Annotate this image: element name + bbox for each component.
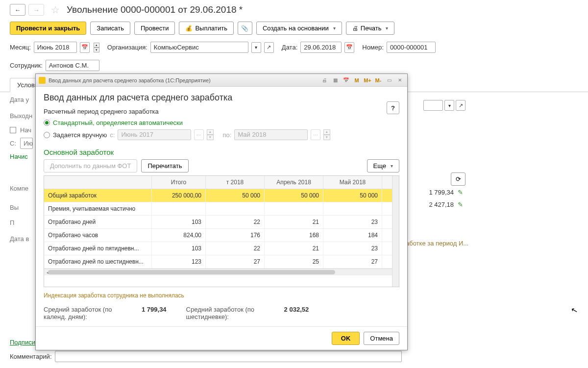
titlebar-grid-icon[interactable]: ▦ — [331, 76, 340, 84]
modal-titlebar[interactable]: Ввод данных для расчета среднего заработ… — [36, 74, 407, 87]
page-title: Увольнение 0000-000001 от 29.06.2018 * — [67, 4, 243, 15]
table-row[interactable]: Отработано дней по пятидневн...103222123 — [44, 242, 399, 255]
nav-back-button[interactable]: ← — [10, 4, 25, 16]
row-v1[interactable]: 27 — [206, 255, 265, 268]
row-v2[interactable]: 168 — [265, 229, 323, 242]
col-m2[interactable]: Апрель 2018 — [265, 176, 323, 189]
to-input: Май 2018 — [234, 129, 308, 140]
avg-sixday-value: 2 032,52 — [284, 306, 309, 320]
edit-amount-2-icon[interactable]: ✎ — [458, 201, 463, 208]
cancel-button[interactable]: Отмена — [364, 332, 399, 345]
row-total[interactable]: 123 — [152, 255, 206, 268]
titlebar-print-icon[interactable]: 🖨 — [320, 76, 329, 84]
col-total[interactable]: Итого — [152, 176, 206, 189]
row-v3[interactable]: 23 — [323, 216, 382, 228]
titlebar-m-icon[interactable]: M — [352, 76, 361, 84]
titlebar-minimize-icon[interactable]: ▭ — [385, 76, 393, 84]
table-row[interactable]: Общий заработок250 000,0050 00050 00050 … — [44, 189, 399, 202]
row-v2[interactable]: 21 — [265, 242, 323, 255]
fill-from-fot-button[interactable]: Дополнить по данным ФОТ — [44, 159, 137, 172]
row-v3[interactable] — [323, 202, 382, 215]
create-based-on-button[interactable]: Создать на основании — [256, 22, 342, 35]
row-v3[interactable]: 27 — [323, 255, 382, 268]
edit-amount-1-icon[interactable]: ✎ — [458, 189, 463, 196]
row-total[interactable]: 824,00 — [152, 229, 206, 242]
org-open-button[interactable] — [264, 42, 274, 53]
row-v2[interactable] — [265, 202, 323, 215]
attach-button[interactable] — [238, 22, 252, 35]
row-v1[interactable]: 22 — [206, 216, 265, 228]
hscroll-thumb[interactable] — [48, 270, 335, 274]
pay-button[interactable]: Выплатить — [179, 22, 234, 35]
row-label: Отработано дней по шестидневн... — [44, 255, 152, 268]
horizontal-scrollbar[interactable]: ◂ ▸ — [44, 269, 399, 275]
radio-standard[interactable]: Стандартный, определяется автоматически — [44, 119, 399, 126]
post-button[interactable]: Провести — [134, 22, 175, 35]
month-input[interactable]: Июнь 2018 — [34, 42, 77, 53]
month-label: Месяц: — [10, 44, 31, 51]
bg-nachis-link[interactable]: Начис — [10, 153, 28, 160]
row-total[interactable]: 103 — [152, 242, 206, 255]
row-v2[interactable]: 25 — [265, 255, 323, 268]
table-row[interactable]: Отработано часов824,00176168184 — [44, 229, 399, 242]
row-total[interactable]: 250 000,00 — [152, 189, 206, 202]
refresh-button[interactable]: ⟳ — [451, 172, 466, 186]
month-calendar-button[interactable] — [80, 42, 90, 53]
number-input[interactable]: 0000-000001 — [387, 42, 436, 53]
table-row[interactable]: Отработано дней103222123 — [44, 216, 399, 229]
col-label — [44, 176, 152, 189]
bg-nach: Нач — [20, 126, 31, 134]
employee-input[interactable]: Антонов С.М. — [46, 60, 99, 71]
vertical-scrollbar[interactable] — [392, 176, 399, 287]
titlebar-mminus-icon[interactable]: M- — [374, 76, 383, 84]
favorite-star-icon[interactable]: ☆ — [51, 4, 60, 16]
print-icon — [352, 25, 358, 32]
help-button[interactable]: ? — [387, 101, 399, 114]
bg-period-text: аботке за период И... — [406, 240, 468, 247]
radio-standard-label: Стандартный, определяется автоматически — [53, 119, 183, 126]
row-v1[interactable]: 22 — [206, 242, 265, 255]
org-dropdown-button[interactable]: ▾ — [251, 42, 261, 53]
row-v3[interactable]: 23 — [323, 242, 382, 255]
row-v1[interactable]: 176 — [206, 229, 265, 242]
row-label: Премия, учитываемая частично — [44, 202, 152, 215]
nav-forward-button[interactable]: → — [28, 4, 44, 16]
ok-button[interactable]: OK — [332, 332, 360, 345]
titlebar-close-icon[interactable]: ✕ — [395, 76, 404, 84]
row-v1[interactable]: 50 000 — [206, 189, 265, 202]
comment-input[interactable] — [55, 351, 402, 362]
radio-standard-dot — [44, 120, 50, 126]
post-and-close-button[interactable]: Провести и закрыть — [10, 22, 86, 35]
month-spinner[interactable]: ▴▾ — [94, 43, 99, 52]
more-button[interactable]: Еще — [367, 159, 399, 172]
radio-manual[interactable]: Задается вручную с: Июнь 2017 ⋯ ▴▾ по: М… — [44, 129, 399, 140]
date-input[interactable]: 29.06.2018 — [300, 42, 342, 53]
signatures-link[interactable]: Подписи — [10, 339, 35, 346]
nach-checkbox[interactable] — [10, 127, 16, 133]
row-v2[interactable]: 21 — [265, 216, 323, 228]
bg-vyhod: Выходн — [10, 112, 32, 120]
from-menu: ⋯ — [194, 129, 204, 140]
table-row[interactable]: Премия, учитываемая частично — [44, 202, 399, 216]
col-m1[interactable]: т 2018 — [206, 176, 265, 189]
org-label: Организация: — [107, 44, 147, 51]
col-m3[interactable]: Май 2018 — [323, 176, 382, 189]
recalc-button[interactable]: Перечитать — [141, 159, 188, 172]
bg-s-input[interactable]: Ию — [20, 138, 33, 149]
bg-open[interactable] — [456, 100, 466, 111]
titlebar-mplus-icon[interactable]: M+ — [363, 76, 372, 84]
row-total[interactable]: 103 — [152, 216, 206, 228]
titlebar-calendar-icon[interactable]: 📅 — [342, 76, 350, 84]
print-button[interactable]: Печать — [346, 22, 395, 35]
row-total[interactable] — [152, 202, 206, 215]
section-main-earnings: Основной заработок — [44, 148, 399, 156]
bg-dd[interactable]: ▾ — [444, 100, 454, 111]
save-button[interactable]: Записать — [90, 22, 130, 35]
row-v1[interactable] — [206, 202, 265, 215]
date-calendar-button[interactable] — [344, 42, 354, 53]
table-row[interactable]: Отработано дней по шестидневн...12327252… — [44, 255, 399, 269]
row-v2[interactable]: 50 000 — [265, 189, 323, 202]
row-v3[interactable]: 184 — [323, 229, 382, 242]
row-v3[interactable]: 50 000 — [323, 189, 382, 202]
org-input[interactable]: КомпьюСервис — [150, 42, 248, 53]
